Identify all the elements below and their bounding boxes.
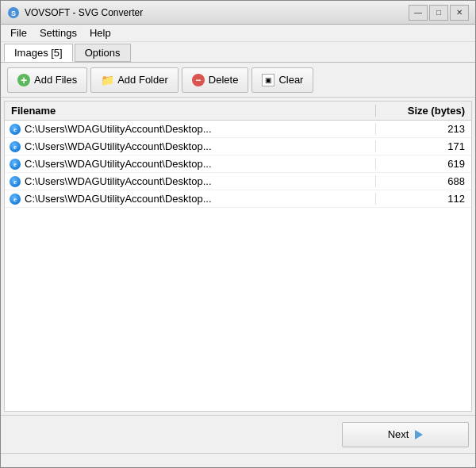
file-size-cell: 688	[376, 175, 471, 187]
file-type-icon	[10, 141, 21, 152]
file-type-icon	[10, 159, 21, 170]
table-row[interactable]: C:\Users\WDAGUtilityAccount\Desktop...17…	[5, 138, 471, 155]
tab-options[interactable]: Options	[75, 44, 131, 62]
delete-button[interactable]: − Delete	[182, 67, 249, 93]
clear-label: Clear	[278, 74, 303, 86]
svg-text:S: S	[11, 10, 16, 17]
clear-button[interactable]: ▣ Clear	[251, 67, 313, 93]
add-files-icon: +	[17, 74, 30, 86]
file-type-icon	[10, 124, 21, 135]
file-path-text: C:\Users\WDAGUtilityAccount\Desktop...	[25, 193, 212, 205]
next-button[interactable]: Next	[342, 422, 469, 447]
add-folder-button[interactable]: 📁 Add Folder	[90, 67, 178, 93]
table-row[interactable]: C:\Users\WDAGUtilityAccount\Desktop...21…	[5, 121, 471, 138]
file-type-icon	[10, 194, 21, 205]
minimize-button[interactable]: —	[409, 5, 428, 21]
menu-file[interactable]: File	[4, 25, 33, 40]
file-path-text: C:\Users\WDAGUtilityAccount\Desktop...	[25, 123, 212, 135]
column-size: Size (bytes)	[376, 105, 471, 117]
menu-bar: File Settings Help	[1, 25, 475, 42]
toolbar: + Add Files 📁 Add Folder − Delete ▣ Clea…	[1, 63, 475, 98]
file-list-header: Filename Size (bytes)	[5, 102, 471, 121]
window-title: VOVSOFT - SVG Converter	[25, 7, 409, 18]
delete-icon: −	[192, 74, 205, 86]
clear-icon: ▣	[262, 74, 274, 86]
file-type-icon	[10, 176, 21, 187]
add-files-label: Add Files	[34, 74, 77, 86]
tab-bar: Images [5] Options	[1, 42, 475, 63]
next-label: Next	[388, 428, 409, 440]
file-name-cell: C:\Users\WDAGUtilityAccount\Desktop...	[5, 140, 376, 152]
menu-settings[interactable]: Settings	[33, 25, 83, 40]
column-filename: Filename	[5, 105, 376, 117]
file-name-cell: C:\Users\WDAGUtilityAccount\Desktop...	[5, 158, 376, 170]
title-bar: S VOVSOFT - SVG Converter — □ ✕	[1, 1, 475, 25]
file-size-cell: 213	[376, 123, 471, 135]
close-button[interactable]: ✕	[450, 5, 469, 21]
table-row[interactable]: C:\Users\WDAGUtilityAccount\Desktop...61…	[5, 155, 471, 173]
maximize-button[interactable]: □	[429, 5, 448, 21]
file-name-cell: C:\Users\WDAGUtilityAccount\Desktop...	[5, 193, 376, 205]
next-arrow-icon	[415, 430, 423, 439]
add-files-button[interactable]: + Add Files	[7, 67, 87, 93]
file-path-text: C:\Users\WDAGUtilityAccount\Desktop...	[25, 140, 212, 152]
add-folder-label: Add Folder	[117, 74, 168, 86]
file-path-text: C:\Users\WDAGUtilityAccount\Desktop...	[25, 175, 212, 187]
app-icon: S	[7, 6, 20, 19]
file-list-container: Filename Size (bytes) C:\Users\WDAGUtili…	[4, 101, 472, 412]
menu-help[interactable]: Help	[83, 25, 117, 40]
file-path-text: C:\Users\WDAGUtilityAccount\Desktop...	[25, 158, 212, 170]
file-size-cell: 112	[376, 193, 471, 205]
bottom-bar: Next	[1, 415, 475, 453]
delete-label: Delete	[209, 74, 239, 86]
add-folder-icon: 📁	[101, 74, 113, 86]
file-size-cell: 619	[376, 158, 471, 170]
table-row[interactable]: C:\Users\WDAGUtilityAccount\Desktop...11…	[5, 190, 471, 208]
file-list-body[interactable]: C:\Users\WDAGUtilityAccount\Desktop...21…	[5, 121, 471, 411]
file-size-cell: 171	[376, 140, 471, 152]
status-bar	[1, 453, 475, 467]
file-name-cell: C:\Users\WDAGUtilityAccount\Desktop...	[5, 175, 376, 187]
table-row[interactable]: C:\Users\WDAGUtilityAccount\Desktop...68…	[5, 173, 471, 190]
window-controls: — □ ✕	[409, 5, 469, 21]
tab-images[interactable]: Images [5]	[4, 44, 73, 62]
file-name-cell: C:\Users\WDAGUtilityAccount\Desktop...	[5, 123, 376, 135]
